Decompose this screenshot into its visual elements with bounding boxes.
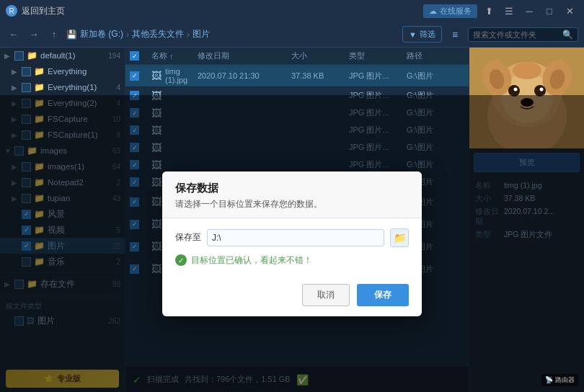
- save-to-label: 保存至: [175, 231, 201, 244]
- sidebar-item-everything[interactable]: ▶ 📁 Everything: [0, 63, 125, 79]
- minimize-btn[interactable]: ─: [521, 4, 538, 18]
- confirm-text: 目标位置已确认，看起来不错！: [191, 254, 312, 267]
- file-size: 37.38 KB: [291, 71, 349, 80]
- modal-title: 保存数据: [175, 182, 409, 195]
- col-type[interactable]: 类型: [349, 50, 407, 61]
- up-btn[interactable]: ↑: [46, 27, 62, 43]
- col-check[interactable]: [130, 50, 151, 61]
- table-row[interactable]: 🖼 timg (1).jpg 2020.07.10 21:30 37.38 KB…: [125, 65, 469, 87]
- title-bar: R 返回到主页 ☁ 在线服务 ⬆ ☰ ─ □ ✕: [0, 0, 584, 22]
- file-name-cell: 🖼 timg (1).jpg: [151, 67, 198, 84]
- expand-icon: ▶: [12, 84, 20, 92]
- cancel-button[interactable]: 取消: [302, 284, 350, 306]
- sidebar-item-default[interactable]: ▶ 📁 default(1) 194: [0, 48, 125, 63]
- browse-btn[interactable]: 📁: [390, 228, 409, 247]
- file-date: 2020.07.10 21:30: [198, 71, 291, 80]
- search-input[interactable]: [473, 30, 559, 39]
- share-btn[interactable]: ⬆: [480, 4, 497, 18]
- main-area: ▶ 📁 default(1) 194 ▶ 📁 Everything ▶ 📁 Ev…: [0, 48, 584, 392]
- item-label: Everything(1): [48, 83, 113, 92]
- maximize-btn[interactable]: □: [541, 4, 558, 18]
- forward-btn[interactable]: →: [26, 27, 42, 43]
- svg-point-16: [513, 62, 541, 79]
- col-date[interactable]: 修改日期: [198, 50, 291, 61]
- search-box: 🔍: [468, 27, 578, 42]
- close-btn[interactable]: ✕: [561, 4, 578, 18]
- confirm-icon: ✓: [175, 254, 187, 266]
- file-type: JPG 图片...: [349, 71, 407, 81]
- sort-icon: ↑: [169, 52, 174, 61]
- item-checkbox[interactable]: [22, 67, 31, 76]
- filter-btn[interactable]: ▼ 筛选: [402, 26, 442, 43]
- save-to-input[interactable]: [207, 229, 384, 246]
- modal-header: 保存数据 请选择一个目标位置来保存您的数据。: [162, 172, 422, 218]
- item-label: Everything: [48, 67, 118, 76]
- header-checkbox[interactable]: [130, 51, 139, 61]
- save-button[interactable]: 保存: [357, 284, 409, 306]
- row-checkbox[interactable]: [130, 71, 139, 81]
- item-count: 194: [108, 52, 120, 60]
- save-to-row: 保存至 📁: [175, 228, 409, 247]
- watermark: 📡 路由器: [541, 374, 578, 386]
- breadcrumb: 💾 新加卷 (G:) › 其他丢失文件 › 图片: [66, 28, 398, 40]
- title-bar-left: R 返回到主页: [6, 5, 423, 17]
- table-header: 名称 ↑ 修改日期 大小 类型 路径: [125, 48, 469, 65]
- svg-point-11: [514, 88, 518, 92]
- modal-overlay: 保存数据 请选择一个目标位置来保存您的数据。 保存至 📁 ✓ 目标位置已确认，看…: [0, 95, 584, 392]
- expand-icon: ▶: [4, 52, 13, 60]
- filter-icon: ▼: [409, 30, 417, 39]
- col-name[interactable]: 名称 ↑: [151, 50, 198, 61]
- folder-icon: 📁: [27, 50, 37, 61]
- confirm-row: ✓ 目标位置已确认，看起来不错！: [175, 254, 409, 267]
- drive-icon: 💾: [66, 30, 77, 40]
- search-icon: 🔍: [562, 30, 573, 40]
- online-service-btn[interactable]: ☁ 在线服务: [423, 4, 477, 18]
- save-dialog: 保存数据 请选择一个目标位置来保存您的数据。 保存至 📁 ✓ 目标位置已确认，看…: [162, 172, 422, 316]
- view-btn[interactable]: ≡: [446, 26, 464, 43]
- back-btn[interactable]: ←: [6, 27, 22, 43]
- file-icon: 🖼: [151, 70, 162, 81]
- menu-btn[interactable]: ☰: [500, 4, 518, 18]
- item-checkbox[interactable]: [14, 51, 24, 61]
- breadcrumb-folder[interactable]: 其他丢失文件: [132, 28, 184, 40]
- modal-body: 保存至 📁 ✓ 目标位置已确认，看起来不错！: [162, 218, 422, 277]
- file-name: timg (1).jpg: [165, 67, 198, 84]
- folder-icon: 📁: [34, 66, 45, 76]
- toolbar: ← → ↑ 💾 新加卷 (G:) › 其他丢失文件 › 图片 ▼ 筛选 ≡ 🔍: [0, 22, 584, 48]
- folder-browse-icon: 📁: [394, 232, 406, 244]
- item-count: 4: [116, 84, 120, 92]
- svg-point-12: [540, 88, 544, 92]
- item-checkbox[interactable]: [22, 83, 31, 92]
- breadcrumb-drive[interactable]: 新加卷 (G:): [80, 28, 123, 40]
- title-bar-text: 返回到主页: [22, 5, 65, 17]
- cloud-icon: ☁: [429, 6, 437, 16]
- title-bar-right: ☁ 在线服务 ⬆ ☰ ─ □ ✕: [423, 4, 578, 18]
- col-size[interactable]: 大小: [291, 50, 349, 61]
- modal-footer: 取消 保存: [162, 277, 422, 316]
- sidebar-item-everything1[interactable]: ▶ 📁 Everything(1) 4: [0, 79, 125, 95]
- item-label: default(1): [40, 51, 105, 60]
- app-icon: R: [6, 5, 17, 17]
- file-path: G:\图片: [407, 71, 464, 81]
- folder-icon: 📁: [34, 82, 45, 92]
- router-icon: 📡: [545, 376, 553, 383]
- expand-icon: ▶: [12, 68, 20, 76]
- modal-subtitle: 请选择一个目标位置来保存您的数据。: [175, 198, 409, 210]
- col-path[interactable]: 路径: [407, 50, 464, 61]
- breadcrumb-subfolder[interactable]: 图片: [193, 28, 210, 40]
